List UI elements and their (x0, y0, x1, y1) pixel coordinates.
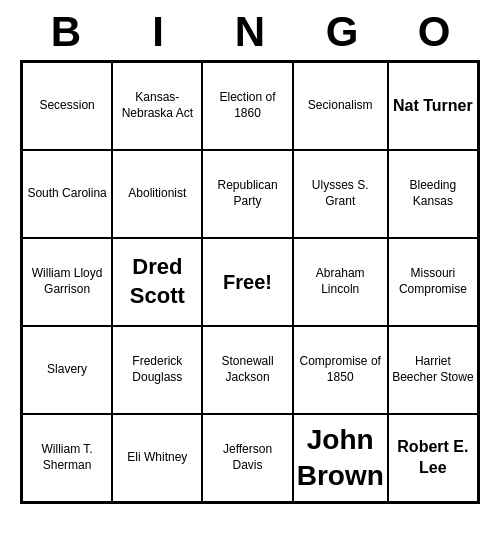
cell-23: John Brown (293, 414, 388, 502)
bingo-title-row: B I N G O (20, 0, 480, 60)
cell-14: Missouri Compromise (388, 238, 478, 326)
cell-1: Kansas-Nebraska Act (112, 62, 202, 150)
cell-20: William T. Sherman (22, 414, 112, 502)
cell-13: Abraham Lincoln (293, 238, 388, 326)
cell-11: Dred Scott (112, 238, 202, 326)
cell-19: Harriet Beecher Stowe (388, 326, 478, 414)
letter-n: N (210, 8, 290, 56)
cell-8: Ulysses S. Grant (293, 150, 388, 238)
cell-7: Republican Party (202, 150, 292, 238)
cell-22: Jefferson Davis (202, 414, 292, 502)
cell-12-free: Free! (202, 238, 292, 326)
cell-6: Abolitionist (112, 150, 202, 238)
letter-i: I (118, 8, 198, 56)
letter-g: G (302, 8, 382, 56)
bingo-grid: Secession Kansas-Nebraska Act Election o… (20, 60, 480, 504)
cell-0: Secession (22, 62, 112, 150)
cell-16: Frederick Douglass (112, 326, 202, 414)
cell-15: Slavery (22, 326, 112, 414)
cell-9: Bleeding Kansas (388, 150, 478, 238)
letter-b: B (26, 8, 106, 56)
cell-21: Eli Whitney (112, 414, 202, 502)
cell-5: South Carolina (22, 150, 112, 238)
cell-10: William Lloyd Garrison (22, 238, 112, 326)
cell-4: Nat Turner (388, 62, 478, 150)
cell-2: Election of 1860 (202, 62, 292, 150)
cell-17: Stonewall Jackson (202, 326, 292, 414)
cell-18: Compromise of 1850 (293, 326, 388, 414)
letter-o: O (394, 8, 474, 56)
cell-3: Secionalism (293, 62, 388, 150)
cell-24: Robert E. Lee (388, 414, 478, 502)
